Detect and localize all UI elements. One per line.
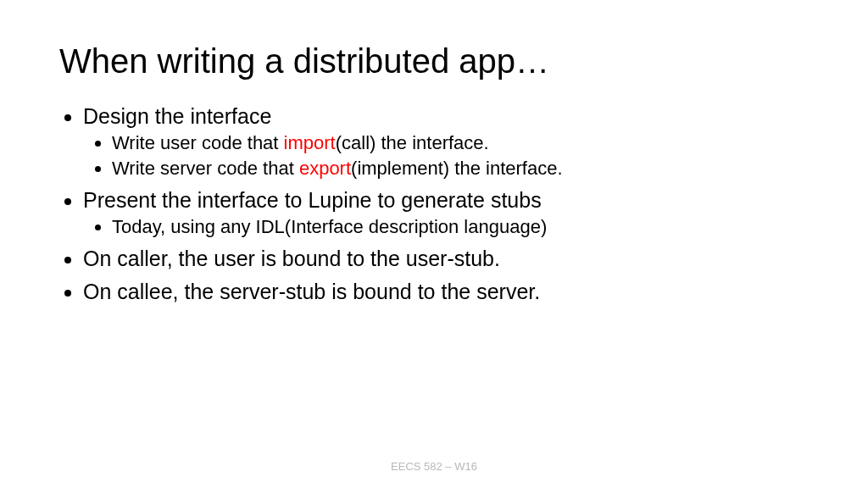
bullet-item: Design the interface Write user code tha…	[83, 104, 809, 180]
bullet-text: On callee, the server-stub is bound to t…	[83, 280, 540, 303]
bullet-list: Design the interface Write user code tha…	[59, 104, 809, 304]
bullet-text: Present the interface to Lupine to gener…	[83, 188, 542, 212]
highlight-text: import	[284, 132, 336, 153]
bullet-item: On callee, the server-stub is bound to t…	[83, 280, 809, 304]
slide: When writing a distributed app… Design t…	[0, 0, 868, 488]
highlight-text: export	[299, 158, 351, 179]
sub-post: (implement) the interface.	[351, 158, 562, 179]
sub-pre: Write server code that	[112, 158, 299, 179]
sub-pre: Write user code that	[112, 132, 284, 153]
sub-bullet-item: Write user code that import(call) the in…	[112, 132, 809, 154]
sub-bullet-item: Write server code that export(implement)…	[112, 158, 809, 180]
slide-title: When writing a distributed app…	[59, 42, 809, 80]
sub-bullet-list: Today, using any IDL(Interface descripti…	[83, 216, 809, 238]
bullet-text: Design the interface	[83, 104, 271, 128]
bullet-item: On caller, the user is bound to the user…	[83, 247, 809, 271]
bullet-item: Present the interface to Lupine to gener…	[83, 188, 809, 238]
sub-post: (call) the interface.	[336, 132, 489, 153]
slide-footer: EECS 582 – W16	[0, 460, 868, 473]
sub-bullet-list: Write user code that import(call) the in…	[83, 132, 809, 180]
bullet-text: On caller, the user is bound to the user…	[83, 247, 500, 270]
sub-bullet-item: Today, using any IDL(Interface descripti…	[112, 216, 809, 238]
sub-pre: Today, using any IDL(Interface descripti…	[112, 216, 547, 237]
